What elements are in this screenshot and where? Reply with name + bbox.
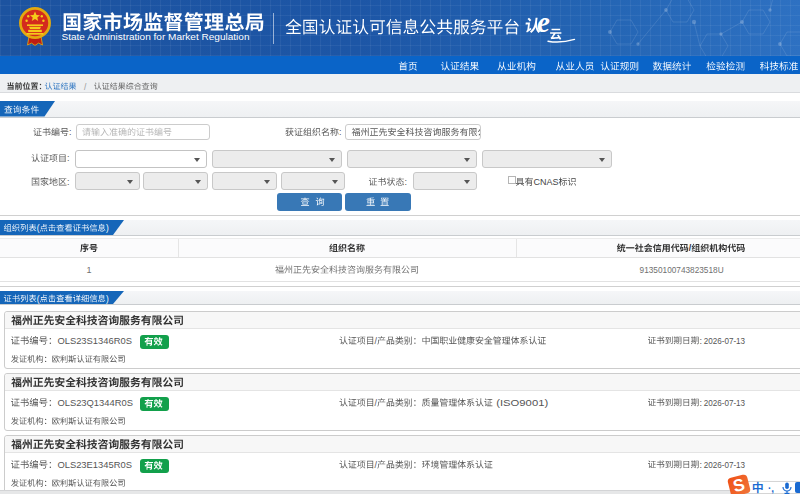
svg-text:91350100743823518U: 91350100743823518U (640, 265, 724, 275)
svg-text::: : (339, 127, 342, 137)
svg-text::: : (67, 177, 70, 187)
svg-text::: : (67, 153, 70, 163)
svg-text::: : (405, 177, 408, 187)
svg-text:1: 1 (87, 265, 92, 275)
svg-text::: : (69, 127, 72, 137)
svg-text:CNAS: CNAS (534, 177, 559, 187)
